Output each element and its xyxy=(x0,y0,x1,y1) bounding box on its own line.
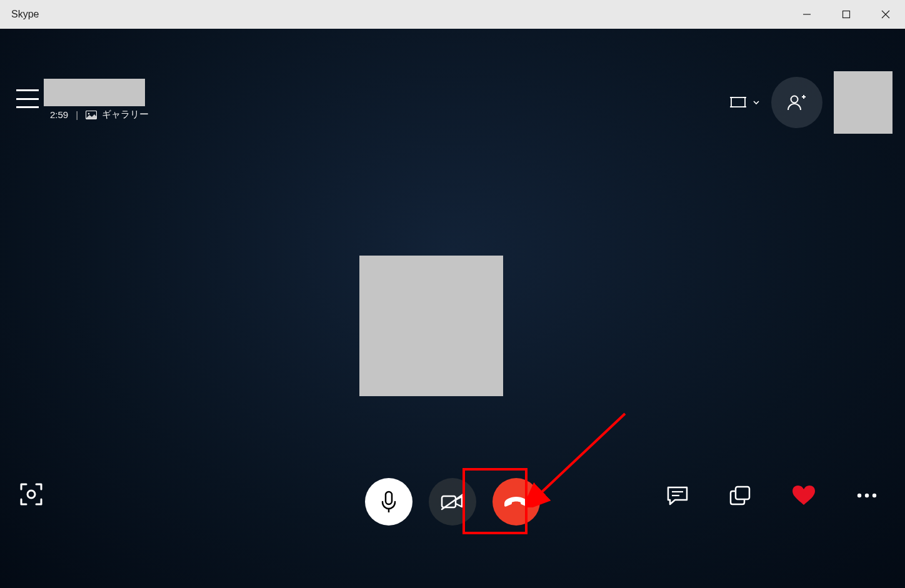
bottom-toolbar xyxy=(0,482,905,588)
toggle-video-button[interactable] xyxy=(429,478,476,526)
right-toolbar xyxy=(666,484,878,507)
minimize-button[interactable] xyxy=(787,0,826,29)
share-screen-button[interactable] xyxy=(729,485,751,506)
svg-rect-15 xyxy=(386,492,392,504)
svg-rect-21 xyxy=(736,487,749,499)
svg-point-11 xyxy=(791,96,798,103)
window-titlebar: Skype xyxy=(0,0,905,29)
svg-point-24 xyxy=(872,494,876,497)
self-video-thumbnail[interactable] xyxy=(834,71,892,134)
call-duration: 2:59 xyxy=(50,109,68,120)
meta-separator: | xyxy=(73,109,81,120)
svg-point-23 xyxy=(865,494,869,497)
maximize-button[interactable] xyxy=(826,0,866,29)
participant-avatar xyxy=(359,256,503,396)
call-meta: 2:59 | ギャラリー xyxy=(50,109,149,121)
more-options-button[interactable] xyxy=(856,492,878,499)
reaction-heart-button[interactable] xyxy=(791,484,816,507)
svg-point-5 xyxy=(88,112,90,114)
app-title: Skype xyxy=(11,9,39,20)
close-button[interactable] xyxy=(866,0,905,29)
window-controls xyxy=(787,0,905,29)
call-view: 2:59 | ギャラリー xyxy=(0,29,905,588)
add-participant-button[interactable] xyxy=(771,77,822,128)
view-mode-label[interactable]: ギャラリー xyxy=(102,109,149,121)
open-chat-button[interactable] xyxy=(666,485,689,506)
snapshot-button[interactable] xyxy=(18,481,45,508)
menu-button[interactable] xyxy=(16,89,39,108)
gallery-icon xyxy=(86,111,97,119)
svg-rect-1 xyxy=(842,11,849,18)
end-call-button[interactable] xyxy=(492,478,540,526)
layout-toggle-button[interactable] xyxy=(730,96,760,109)
contact-name xyxy=(44,79,145,106)
svg-point-14 xyxy=(28,491,35,498)
svg-point-22 xyxy=(858,494,861,497)
top-right-controls xyxy=(730,71,892,134)
svg-rect-6 xyxy=(731,97,745,107)
mute-microphone-button[interactable] xyxy=(365,478,412,526)
chevron-down-icon xyxy=(752,99,760,106)
call-controls xyxy=(365,478,540,526)
